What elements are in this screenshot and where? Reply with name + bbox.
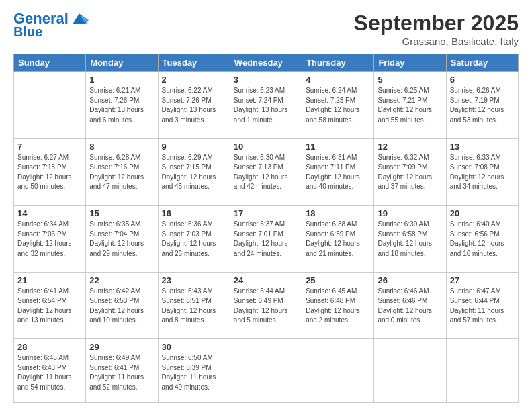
- day-info: Sunrise: 6:29 AMSunset: 7:15 PMDaylight:…: [162, 153, 226, 192]
- day-number: 30: [162, 342, 226, 352]
- day-header-friday: Friday: [374, 54, 446, 72]
- day-info: Sunrise: 6:47 AMSunset: 6:44 PMDaylight:…: [450, 287, 515, 326]
- day-number: 18: [306, 208, 370, 218]
- day-number: 24: [234, 275, 298, 285]
- day-info: Sunrise: 6:25 AMSunset: 7:21 PMDaylight:…: [378, 86, 442, 125]
- day-info: Sunrise: 6:39 AMSunset: 6:58 PMDaylight:…: [378, 220, 442, 259]
- day-number: 2: [162, 75, 226, 85]
- calendar-cell: [14, 72, 86, 139]
- day-number: 25: [306, 275, 370, 285]
- calendar-cell: 19Sunrise: 6:39 AMSunset: 6:58 PMDayligh…: [374, 205, 446, 273]
- calendar-cell: 15Sunrise: 6:35 AMSunset: 7:04 PMDayligh…: [86, 205, 158, 273]
- day-info: Sunrise: 6:22 AMSunset: 7:26 PMDaylight:…: [162, 86, 226, 125]
- day-number: 14: [17, 208, 82, 218]
- day-number: 8: [89, 142, 154, 152]
- calendar-cell: 21Sunrise: 6:41 AMSunset: 6:54 PMDayligh…: [14, 272, 86, 339]
- calendar-week-4: 21Sunrise: 6:41 AMSunset: 6:54 PMDayligh…: [14, 272, 519, 339]
- calendar-cell: 13Sunrise: 6:33 AMSunset: 7:08 PMDayligh…: [446, 138, 518, 205]
- calendar-cell: [446, 339, 518, 403]
- day-info: Sunrise: 6:44 AMSunset: 6:49 PMDaylight:…: [234, 287, 298, 326]
- day-info: Sunrise: 6:30 AMSunset: 7:13 PMDaylight:…: [234, 153, 298, 192]
- day-header-monday: Monday: [86, 54, 158, 72]
- logo-area: General Blue: [13, 11, 89, 39]
- day-info: Sunrise: 6:49 AMSunset: 6:41 PMDaylight:…: [89, 353, 154, 392]
- day-info: Sunrise: 6:28 AMSunset: 7:16 PMDaylight:…: [89, 153, 154, 192]
- calendar-cell: 24Sunrise: 6:44 AMSunset: 6:49 PMDayligh…: [230, 272, 302, 339]
- calendar-cell: 11Sunrise: 6:31 AMSunset: 7:11 PMDayligh…: [302, 138, 374, 205]
- page: General Blue September 2025 Grassano, Ba…: [0, 0, 532, 411]
- calendar-cell: 8Sunrise: 6:28 AMSunset: 7:16 PMDaylight…: [86, 138, 158, 205]
- calendar-header-row: SundayMondayTuesdayWednesdayThursdayFrid…: [14, 54, 519, 72]
- calendar-cell: 25Sunrise: 6:45 AMSunset: 6:48 PMDayligh…: [302, 272, 374, 339]
- day-number: 23: [162, 275, 226, 285]
- calendar-cell: 16Sunrise: 6:36 AMSunset: 7:03 PMDayligh…: [158, 205, 230, 273]
- logo-icon: [70, 11, 89, 27]
- day-info: Sunrise: 6:21 AMSunset: 7:28 PMDaylight:…: [89, 86, 154, 125]
- day-info: Sunrise: 6:48 AMSunset: 6:43 PMDaylight:…: [17, 353, 82, 392]
- day-number: 1: [89, 75, 154, 85]
- day-info: Sunrise: 6:32 AMSunset: 7:09 PMDaylight:…: [378, 153, 442, 192]
- calendar-cell: 4Sunrise: 6:24 AMSunset: 7:23 PMDaylight…: [302, 72, 374, 139]
- day-info: Sunrise: 6:31 AMSunset: 7:11 PMDaylight:…: [306, 153, 370, 192]
- day-number: 15: [89, 208, 154, 218]
- calendar-cell: 1Sunrise: 6:21 AMSunset: 7:28 PMDaylight…: [86, 72, 158, 139]
- day-info: Sunrise: 6:50 AMSunset: 6:39 PMDaylight:…: [162, 353, 226, 392]
- day-number: 9: [162, 142, 226, 152]
- calendar-cell: 26Sunrise: 6:46 AMSunset: 6:46 PMDayligh…: [374, 272, 446, 339]
- calendar-cell: 5Sunrise: 6:25 AMSunset: 7:21 PMDaylight…: [374, 72, 446, 139]
- title-area: September 2025 Grassano, Basilicate, Ita…: [354, 11, 519, 47]
- day-number: 12: [378, 142, 442, 152]
- day-number: 20: [450, 208, 515, 218]
- calendar: SundayMondayTuesdayWednesdayThursdayFrid…: [13, 54, 519, 403]
- day-number: 3: [234, 75, 298, 85]
- calendar-cell: 10Sunrise: 6:30 AMSunset: 7:13 PMDayligh…: [230, 138, 302, 205]
- day-info: Sunrise: 6:37 AMSunset: 7:01 PMDaylight:…: [234, 220, 298, 259]
- calendar-week-2: 7Sunrise: 6:27 AMSunset: 7:18 PMDaylight…: [14, 138, 519, 205]
- calendar-cell: 9Sunrise: 6:29 AMSunset: 7:15 PMDaylight…: [158, 138, 230, 205]
- calendar-cell: 17Sunrise: 6:37 AMSunset: 7:01 PMDayligh…: [230, 205, 302, 273]
- day-number: 22: [89, 275, 154, 285]
- calendar-week-3: 14Sunrise: 6:34 AMSunset: 7:06 PMDayligh…: [14, 205, 519, 273]
- day-number: 27: [450, 275, 515, 285]
- logo-blue: Blue: [13, 24, 42, 39]
- calendar-cell: [230, 339, 302, 403]
- day-info: Sunrise: 6:45 AMSunset: 6:48 PMDaylight:…: [306, 287, 370, 326]
- calendar-cell: 27Sunrise: 6:47 AMSunset: 6:44 PMDayligh…: [446, 272, 518, 339]
- day-info: Sunrise: 6:24 AMSunset: 7:23 PMDaylight:…: [306, 86, 370, 125]
- day-number: 28: [17, 342, 82, 352]
- day-number: 21: [17, 275, 82, 285]
- day-info: Sunrise: 6:36 AMSunset: 7:03 PMDaylight:…: [162, 220, 226, 259]
- calendar-cell: 12Sunrise: 6:32 AMSunset: 7:09 PMDayligh…: [374, 138, 446, 205]
- calendar-cell: [302, 339, 374, 403]
- day-info: Sunrise: 6:42 AMSunset: 6:53 PMDaylight:…: [89, 287, 154, 326]
- month-title: September 2025: [354, 11, 519, 36]
- day-number: 29: [89, 342, 154, 352]
- day-info: Sunrise: 6:23 AMSunset: 7:24 PMDaylight:…: [234, 86, 298, 125]
- day-info: Sunrise: 6:41 AMSunset: 6:54 PMDaylight:…: [17, 287, 82, 326]
- day-number: 11: [306, 142, 370, 152]
- day-number: 4: [306, 75, 370, 85]
- day-number: 13: [450, 142, 515, 152]
- day-number: 17: [234, 208, 298, 218]
- day-number: 10: [234, 142, 298, 152]
- header: General Blue September 2025 Grassano, Ba…: [13, 11, 519, 47]
- day-header-thursday: Thursday: [302, 54, 374, 72]
- calendar-cell: 14Sunrise: 6:34 AMSunset: 7:06 PMDayligh…: [14, 205, 86, 273]
- day-info: Sunrise: 6:38 AMSunset: 6:59 PMDaylight:…: [306, 220, 370, 259]
- calendar-cell: 6Sunrise: 6:26 AMSunset: 7:19 PMDaylight…: [446, 72, 518, 139]
- day-header-sunday: Sunday: [14, 54, 86, 72]
- calendar-cell: 28Sunrise: 6:48 AMSunset: 6:43 PMDayligh…: [14, 339, 86, 403]
- calendar-cell: 23Sunrise: 6:43 AMSunset: 6:51 PMDayligh…: [158, 272, 230, 339]
- calendar-cell: 20Sunrise: 6:40 AMSunset: 6:56 PMDayligh…: [446, 205, 518, 273]
- day-info: Sunrise: 6:40 AMSunset: 6:56 PMDaylight:…: [450, 220, 515, 259]
- calendar-cell: 2Sunrise: 6:22 AMSunset: 7:26 PMDaylight…: [158, 72, 230, 139]
- day-info: Sunrise: 6:26 AMSunset: 7:19 PMDaylight:…: [450, 86, 515, 125]
- day-info: Sunrise: 6:27 AMSunset: 7:18 PMDaylight:…: [17, 153, 82, 192]
- day-header-tuesday: Tuesday: [158, 54, 230, 72]
- location-title: Grassano, Basilicate, Italy: [354, 36, 519, 47]
- day-header-saturday: Saturday: [446, 54, 518, 72]
- day-number: 26: [378, 275, 442, 285]
- day-number: 7: [17, 142, 82, 152]
- calendar-week-1: 1Sunrise: 6:21 AMSunset: 7:28 PMDaylight…: [14, 72, 519, 139]
- calendar-cell: 3Sunrise: 6:23 AMSunset: 7:24 PMDaylight…: [230, 72, 302, 139]
